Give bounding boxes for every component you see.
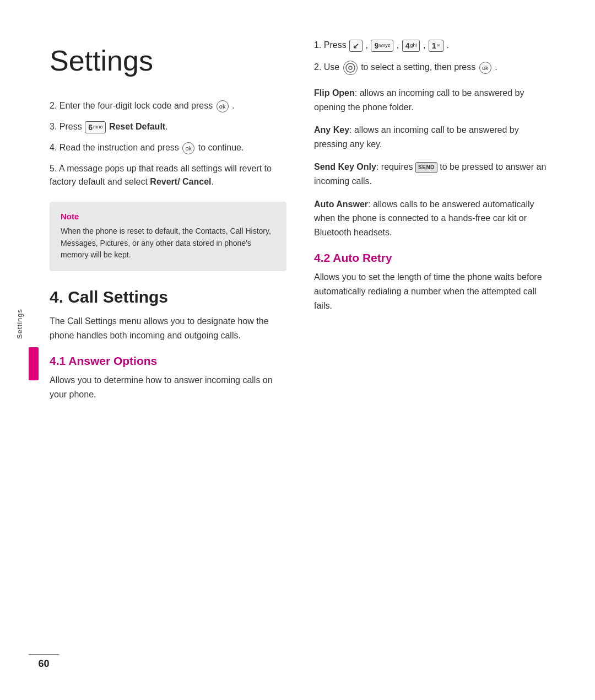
any-key-desc: Any Key: allows an incoming call to be a… — [314, 123, 551, 151]
right-steps-list: 1. Press ↙ , 9wxyz , 4ghi , 1∞ . 2. Use — [314, 39, 551, 75]
auto-answer-term: Auto Answer — [314, 200, 368, 209]
section-body: The Call Settings menu allows you to des… — [50, 314, 286, 342]
page-title: Settings — [50, 44, 286, 77]
main-content: Settings 2. Enter the four-digit lock co… — [0, 0, 595, 454]
ok-button-icon: ok — [217, 100, 229, 112]
note-box: Note When the phone is reset to default,… — [50, 202, 286, 271]
any-key-term: Any Key — [314, 125, 349, 134]
ok-button-icon-2: ok — [479, 62, 491, 74]
sidebar-label: Settings — [15, 309, 24, 339]
section-heading: 4. Call Settings — [50, 288, 286, 306]
svg-point-0 — [346, 63, 355, 72]
step-number: 3. — [50, 122, 57, 131]
list-item: 3. Press 6mno Reset Default. — [50, 120, 286, 133]
right-step-1: 1. Press ↙ , 9wxyz , 4ghi , 1∞ . — [314, 39, 551, 52]
key-6-badge: 6mno — [85, 121, 106, 133]
page-number-area: 60 — [29, 654, 59, 670]
right-column: 1. Press ↙ , 9wxyz , 4ghi , 1∞ . 2. Use — [314, 39, 551, 410]
list-item: 2. Enter the four-digit lock code and pr… — [50, 99, 286, 112]
send-key-only-desc: Send Key Only: requires SEND to be press… — [314, 160, 551, 188]
reset-default-label: Reset Default — [109, 122, 165, 131]
list-item: 5. A message pops up that reads all sett… — [50, 162, 286, 189]
nav-icon — [343, 61, 358, 75]
instruction-list: 2. Enter the four-digit lock code and pr… — [50, 99, 286, 189]
note-text: When the phone is reset to default, the … — [61, 225, 275, 261]
auto-answer-desc: Auto Answer: allows calls to be answered… — [314, 197, 551, 240]
key-1-badge: 1∞ — [429, 40, 443, 52]
page-divider — [29, 654, 59, 655]
pink-bar-decoration — [29, 347, 39, 380]
svg-point-1 — [349, 66, 352, 69]
subsection-heading-41: 4.1 Answer Options — [50, 354, 286, 368]
subsection-body-42: Allows you to set the length of time the… — [314, 270, 551, 313]
flip-open-term: Flip Open — [314, 88, 355, 98]
send-key-only-term: Send Key Only — [314, 162, 376, 171]
ok-button-icon: ok — [182, 142, 194, 154]
page-number: 60 — [38, 658, 49, 670]
key-9-badge: 9wxyz — [371, 40, 393, 52]
key-4-badge: 4ghi — [402, 40, 420, 52]
list-item: 4. Read the instruction and press ok to … — [50, 141, 286, 154]
note-title: Note — [61, 212, 275, 221]
page-container: Settings 60 Settings 2. Enter the four-d… — [0, 0, 595, 700]
key-back-badge: ↙ — [349, 40, 363, 52]
subsection-heading-42: 4.2 Auto Retry — [314, 251, 551, 265]
step-number: 5. — [50, 164, 57, 173]
step-number: 4. — [50, 143, 57, 152]
right-step-2: 2. Use to select a setting, then press o… — [314, 61, 551, 75]
step-number: 2. — [50, 101, 57, 110]
subsection-body-41: Allows you to determine how to answer in… — [50, 373, 286, 401]
left-column: Settings 2. Enter the four-digit lock co… — [50, 39, 286, 410]
flip-open-desc: Flip Open: allows an incoming call to be… — [314, 86, 551, 114]
send-badge: SEND — [415, 162, 437, 173]
revert-cancel-label: Revert/ Cancel — [150, 177, 211, 186]
